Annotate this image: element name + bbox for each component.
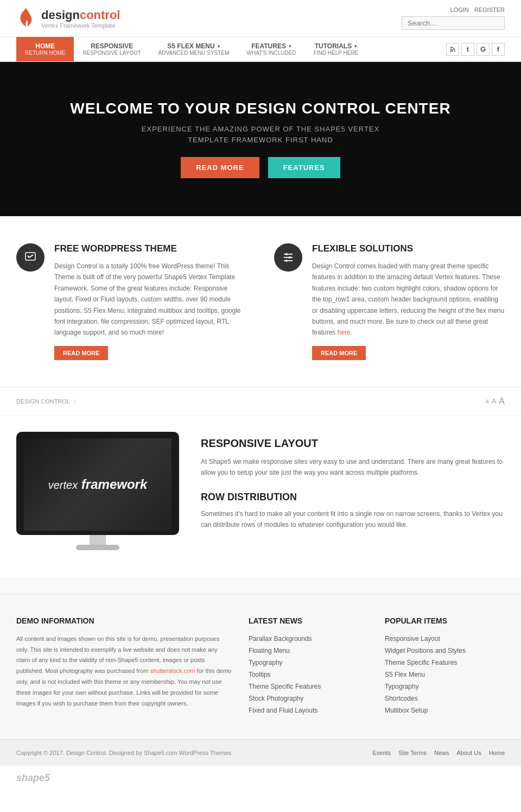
nav-item-responsive[interactable]: RESPONSIVE Responsive Layout (74, 37, 149, 61)
font-medium-button[interactable]: A (492, 397, 497, 405)
footer-about-link[interactable]: About Us (456, 750, 481, 756)
features-arrow-icon: ▾ (289, 43, 291, 49)
nav-social: t G f (446, 37, 505, 61)
breadcrumb-sep: / (74, 398, 76, 405)
svg-point-6 (289, 256, 291, 259)
rss-icon[interactable] (446, 43, 459, 56)
list-item: S5 Flex Menu (385, 670, 505, 678)
footer-popular-col: POPULAR ITEMS Responsive Layout Widget P… (385, 616, 505, 717)
s5-flex-menu-arrow-icon: ▾ (218, 43, 220, 49)
footer-siteterms-link[interactable]: Site Terms (398, 750, 427, 756)
register-link[interactable]: REGISTER (474, 7, 505, 13)
svg-point-7 (285, 260, 288, 262)
nav-item-features[interactable]: FEATURES ▾ What's Included (238, 37, 304, 61)
footer-bottom-links: Events Site Terms News About Us Home (372, 750, 505, 756)
hero-title: WELCOME TO YOUR DESIGN CONTROL CENTER (70, 100, 450, 117)
list-item: Floating Menu (249, 646, 368, 654)
monitor-brand-text: vertex framework (48, 477, 148, 492)
search-input[interactable] (408, 19, 499, 27)
list-item: Multibox Setup (385, 706, 505, 714)
svg-point-0 (450, 50, 452, 52)
logo-flame-icon (16, 7, 36, 30)
font-large-button[interactable]: A (499, 396, 505, 406)
news-parallax-link[interactable]: Parallax Backgrounds (249, 635, 312, 643)
logo[interactable]: designcontrol Vertex Framework Template (16, 7, 120, 30)
feature-wp-body: Design Control is a totally 100% free Wo… (54, 261, 247, 338)
list-item: Tooltips (249, 670, 368, 678)
search-box[interactable] (402, 16, 505, 30)
feature-wp-read-more-button[interactable]: READ MORE (54, 346, 108, 360)
facebook-icon[interactable]: f (492, 43, 505, 56)
pop-typography-link[interactable]: Typography (385, 683, 419, 690)
tutorials-arrow-icon: ▾ (354, 43, 357, 49)
hero-read-more-button[interactable]: READ MORE (181, 157, 259, 178)
footer-news-title: LATEST NEWS (249, 616, 368, 625)
shutterstock-link[interactable]: shutterstock.com (150, 668, 195, 674)
nav-item-s5-flex-menu[interactable]: S5 FLEX MENU ▾ Advanced Menu System (150, 37, 238, 61)
breadcrumb: DESIGN CONTROL / (16, 398, 79, 405)
footer-news-col: LATEST NEWS Parallax Backgrounds Floatin… (249, 616, 368, 717)
footer-bottom: Copyright © 2017. Design Control. Design… (0, 739, 521, 766)
footer-demo-body: All content and images shown on this sit… (16, 634, 232, 709)
pop-s5flex-link[interactable]: S5 Flex Menu (385, 671, 425, 678)
news-stock-link[interactable]: Stock Photography (249, 695, 303, 702)
pop-widget-link[interactable]: Widget Positions and Styles (385, 647, 466, 654)
list-item: Theme Specific Features (249, 682, 368, 690)
feature-flex-read-more-button[interactable]: READ MORE (312, 346, 366, 360)
feature-wp-title: FREE WORDPRESS THEME (54, 243, 247, 254)
pop-multibox-link[interactable]: Multibox Setup (385, 707, 428, 714)
main-nav: HOME Return Home RESPONSIVE Responsive L… (0, 37, 521, 62)
here-link[interactable]: here (338, 329, 351, 336)
site-header: designcontrol Vertex Framework Template … (0, 0, 521, 37)
list-item: Theme Specific Features (385, 658, 505, 666)
list-item: Fixed and Fluid Layouts (249, 706, 368, 714)
list-item: Typography (385, 682, 505, 690)
twitter-icon[interactable]: t (461, 43, 474, 56)
pop-shortcodes-link[interactable]: Shortcodes (385, 695, 418, 702)
list-item: Stock Photography (249, 694, 368, 702)
feature-flexible: FLEXIBLE SOLUTIONS Design Control comes … (274, 243, 505, 360)
logo-subtitle: Vertex Framework Template (41, 22, 120, 29)
footer-shape5-logo: shape5 (0, 766, 521, 790)
google-icon[interactable]: G (476, 43, 490, 56)
flexible-icon (274, 243, 302, 272)
footer-popular-title: POPULAR ITEMS (385, 616, 505, 625)
info-bar: DESIGN CONTROL / a A A (0, 387, 521, 416)
nav-left: HOME Return Home RESPONSIVE Responsive L… (16, 37, 367, 61)
row-dist-title: ROW DISTRIBUTION (201, 492, 505, 503)
hero-sub1: EXPERIENCE THE AMAZING POWER OF THE SHAP… (70, 125, 450, 133)
row-dist-body: Sometimes it's hard to make all your con… (201, 508, 505, 531)
login-link[interactable]: LOGIN (450, 7, 469, 13)
hero-features-button[interactable]: FEATURES (268, 157, 340, 178)
font-size-controls: a A A (486, 396, 505, 406)
news-theme-features-link[interactable]: Theme Specific Features (249, 683, 321, 690)
news-floating-link[interactable]: Floating Menu (249, 647, 290, 654)
features-section: FREE WORDPRESS THEME Design Control is a… (0, 216, 521, 387)
list-item: Typography (249, 658, 368, 666)
footer-events-link[interactable]: Events (372, 750, 391, 756)
breadcrumb-home: DESIGN CONTROL (16, 398, 70, 405)
pop-responsive-link[interactable]: Responsive Layout (385, 635, 440, 643)
list-item: Responsive Layout (385, 634, 505, 643)
footer-popular-list: Responsive Layout Widget Positions and S… (385, 634, 505, 714)
footer-copyright: Copyright © 2017. Design Control. Design… (16, 750, 232, 756)
footer-news-link[interactable]: News (434, 750, 449, 756)
free-wp-icon (16, 243, 45, 272)
news-typography-link[interactable]: Typography (249, 659, 283, 666)
footer-home-link[interactable]: Home (489, 750, 505, 756)
logo-text: designcontrol (41, 8, 120, 22)
nav-item-tutorials[interactable]: TUTORIALS ▾ Find Help Here (305, 37, 367, 61)
footer-demo-title: DEMO INFORMATION (16, 616, 232, 625)
footer-demo-col: DEMO INFORMATION All content and images … (16, 616, 232, 717)
feature-flex-title: FLEXIBLE SOLUTIONS (312, 243, 505, 254)
svg-point-5 (285, 253, 288, 255)
news-tooltips-link[interactable]: Tooltips (249, 671, 271, 678)
news-fluid-link[interactable]: Fixed and Fluid Layouts (249, 707, 317, 714)
nav-item-home[interactable]: HOME Return Home (16, 37, 74, 61)
responsive-text: RESPONSIVE LAYOUT At Shape5 we make resp… (201, 432, 505, 544)
footer: DEMO INFORMATION All content and images … (0, 594, 521, 790)
responsive-section: vertex framework RESPONSIVE LAYOUT At Sh… (0, 416, 521, 577)
font-small-button[interactable]: a (486, 398, 489, 404)
list-item: Shortcodes (385, 694, 505, 702)
pop-theme-features-link[interactable]: Theme Specific Features (385, 659, 457, 666)
